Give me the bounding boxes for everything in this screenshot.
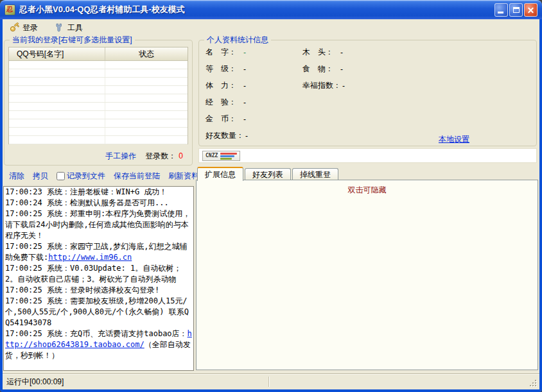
client-area: 登录 工具 当前我的登录[右键可多选批量设置] QQ号码[名字] 状态 xyxy=(3,19,539,389)
qq-table[interactable]: QQ号码[名字] 状态 xyxy=(8,47,188,144)
double-click-hide-notice: 双击可隐藏 xyxy=(197,185,538,196)
toolbar-login-label: 登录 xyxy=(22,22,38,33)
table-row[interactable] xyxy=(9,61,188,69)
key-icon xyxy=(10,22,20,33)
table-row[interactable] xyxy=(9,69,188,78)
log-to-file-label[interactable]: 记录到文件 xyxy=(67,171,105,182)
log-line: 17:00:25 系统：充Q币、充话费请支持taobao店：http://sho… xyxy=(5,328,192,361)
field-happiness: 幸福指数：- xyxy=(302,81,345,90)
tab-bar: 扩展信息 好友列表 掉线重登 xyxy=(196,166,538,180)
resize-grip[interactable] xyxy=(529,379,538,388)
qq-table-header: QQ号码[名字] 状态 xyxy=(9,47,188,61)
login-group-title: 当前我的登录[右键可多选批量设置] xyxy=(10,35,135,46)
tab-extended-info[interactable]: 扩展信息 xyxy=(197,167,243,181)
login-count: 登录数：0 xyxy=(145,151,183,162)
login-group: 当前我的登录[右键可多选批量设置] QQ号码[名字] 状态 手工操作 xyxy=(4,40,193,166)
field-wood: 木 头：- xyxy=(302,47,345,57)
minimize-icon xyxy=(498,12,503,13)
app-window: 忍 忍者小黑V0.04-QQ忍者村辅助工具-校友模式 登录 工具 xyxy=(0,0,542,392)
refresh-profile-button[interactable]: 刷新资料 xyxy=(168,171,199,182)
field-level: 等 级：- xyxy=(205,64,248,74)
cnzz-badge[interactable]: CNZZ xyxy=(202,151,240,161)
field-wood-value: - xyxy=(340,48,343,57)
status-text: 运行中[00:00:09] xyxy=(6,377,64,388)
stats-strip: CNZZ xyxy=(198,148,537,163)
manual-operation-link[interactable]: 手工操作 xyxy=(105,151,136,162)
toolbar-item-login[interactable]: 登录 xyxy=(8,21,40,35)
field-gold-value: - xyxy=(243,115,246,124)
maximize-icon xyxy=(513,7,520,13)
log-line: 17:00:25 系统：登录时候选择校友勾登录! xyxy=(5,285,192,296)
clear-button[interactable]: 清除 xyxy=(9,171,24,182)
close-button[interactable] xyxy=(524,3,538,17)
login-count-value: 0 xyxy=(179,151,183,160)
field-friend-count-value: - xyxy=(245,132,248,141)
log-line: 17:00:25 系统：郑重申明:本程序为免费测试使用，请下载后24小时内删除,… xyxy=(5,209,192,241)
tab-friends-list[interactable]: 好友列表 xyxy=(245,168,291,180)
window-title: 忍者小黑V0.04-QQ忍者村辅助工具-校友模式 xyxy=(19,4,491,15)
tab-control: 扩展信息 好友列表 掉线重登 双击可隐藏 xyxy=(196,166,538,370)
toolbar: 登录 工具 xyxy=(3,19,539,36)
field-stamina-value: - xyxy=(243,81,246,90)
profile-fields-left: 名 字：- 等 级：- 体 力：- 经 验：- 金 币：- 好友数量：- xyxy=(205,47,248,141)
log-to-file-group: 记录到文件 xyxy=(57,171,105,182)
save-current-login-button[interactable]: 保存当前登陆 xyxy=(114,171,160,182)
table-row[interactable] xyxy=(9,103,188,111)
col-status-header[interactable]: 状态 xyxy=(105,47,188,60)
log-line: 17:00:25 系统：V0.03Update: 1。自动砍树；2。自动收获自己… xyxy=(5,263,192,285)
field-food: 食 物：- xyxy=(302,64,345,74)
minimize-button[interactable] xyxy=(494,3,508,17)
toolbar-tools-label: 工具 xyxy=(67,22,83,33)
log-line: 17:00:25 系统：家园守卫战,梦幻海底,幻想之城辅助免费下载:http:/… xyxy=(5,241,192,263)
cnzz-label: CNZZ xyxy=(205,153,218,158)
profile-fields-right: 木 头：- 食 物：- 幸福指数：- xyxy=(302,47,345,90)
table-row[interactable] xyxy=(9,78,188,86)
table-row[interactable] xyxy=(9,94,188,103)
status-bar: 运行中[00:00:09] xyxy=(3,373,539,389)
profile-group: 个人资料统计信息 名 字：- 等 级：- 体 力：- 经 验：- 金 币：- 好… xyxy=(198,40,537,146)
wrench-icon xyxy=(55,22,65,33)
field-friend-count: 好友数量：- xyxy=(205,131,248,141)
maximize-button[interactable] xyxy=(509,3,523,17)
table-row[interactable] xyxy=(9,86,188,94)
table-row[interactable] xyxy=(9,128,188,136)
field-exp-value: - xyxy=(243,98,246,107)
field-gold: 金 币：- xyxy=(205,114,248,124)
table-row[interactable] xyxy=(9,136,188,144)
app-icon: 忍 xyxy=(4,4,15,15)
tab-panel[interactable]: 双击可隐藏 xyxy=(196,180,538,370)
log-panel[interactable]: 17:00:23 系统：注册老板键：WIN+G 成功！ 17:00:24 系统：… xyxy=(3,186,194,371)
log-line: 17:00:24 系统：检测默认服务器是否可用... xyxy=(5,198,192,209)
tab-offline-relogin[interactable]: 掉线重登 xyxy=(292,168,338,180)
table-row[interactable] xyxy=(9,119,188,128)
table-row[interactable] xyxy=(9,111,188,119)
toolbar-item-tools[interactable]: 工具 xyxy=(53,21,85,35)
log-to-file-checkbox[interactable] xyxy=(57,172,65,180)
field-level-value: - xyxy=(243,65,246,74)
manual-row: 手工操作 登录数：0 xyxy=(105,151,183,162)
field-name: 名 字：- xyxy=(205,47,248,57)
field-food-value: - xyxy=(340,65,343,74)
field-happiness-value: - xyxy=(342,81,345,90)
field-exp: 经 验：- xyxy=(205,98,248,107)
status-separator xyxy=(268,377,269,387)
field-stamina: 体 力：- xyxy=(205,81,248,90)
col-qq-header[interactable]: QQ号码[名字] xyxy=(9,47,105,60)
login-count-label: 登录数： xyxy=(145,151,176,160)
field-name-value: - xyxy=(243,48,246,57)
log-line: 17:00:23 系统：注册老板键：WIN+G 成功！ xyxy=(5,187,192,198)
profile-group-title: 个人资料统计信息 xyxy=(204,35,271,46)
local-settings-link[interactable]: 本地设置 xyxy=(439,134,469,145)
log-link-im96[interactable]: http://www.im96.cn xyxy=(48,253,132,262)
actions-bar: 清除 拷贝 记录到文件 保存当前登陆 刷新资料 xyxy=(4,171,194,182)
copy-button[interactable]: 拷贝 xyxy=(33,171,48,182)
cnzz-stripes-icon xyxy=(220,153,237,160)
window-controls xyxy=(494,3,538,17)
title-bar[interactable]: 忍 忍者小黑V0.04-QQ忍者村辅助工具-校友模式 xyxy=(0,0,542,19)
log-line: 17:00:25 系统：需要加校友班级,秒增200人15元/个,500人55元/… xyxy=(5,296,192,328)
